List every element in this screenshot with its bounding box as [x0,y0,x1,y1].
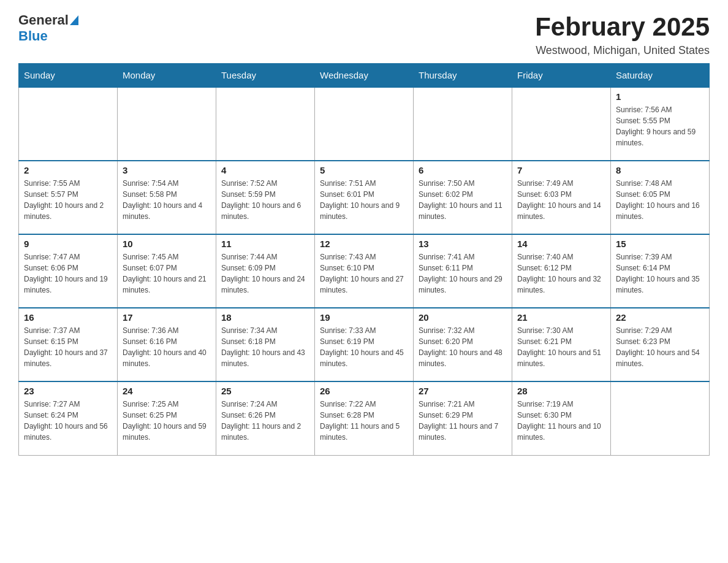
calendar-cell: 22Sunrise: 7:29 AM Sunset: 6:23 PM Dayli… [611,308,710,381]
day-info: Sunrise: 7:43 AM Sunset: 6:10 PM Dayligh… [320,251,408,296]
calendar-cell: 28Sunrise: 7:19 AM Sunset: 6:30 PM Dayli… [512,381,611,455]
day-info: Sunrise: 7:33 AM Sunset: 6:19 PM Dayligh… [320,325,408,369]
day-info: Sunrise: 7:50 AM Sunset: 6:02 PM Dayligh… [419,178,507,222]
day-info: Sunrise: 7:40 AM Sunset: 6:12 PM Dayligh… [517,251,605,296]
calendar-cell: 2Sunrise: 7:55 AM Sunset: 5:57 PM Daylig… [19,161,118,234]
day-info: Sunrise: 7:32 AM Sunset: 6:20 PM Dayligh… [419,325,507,369]
calendar-cell: 24Sunrise: 7:25 AM Sunset: 6:25 PM Dayli… [118,381,216,455]
day-number: 20 [419,312,507,323]
calendar-cell: 21Sunrise: 7:30 AM Sunset: 6:21 PM Dayli… [512,308,611,381]
calendar-cell: 9Sunrise: 7:47 AM Sunset: 6:06 PM Daylig… [19,234,118,308]
day-number: 16 [24,312,112,323]
day-info: Sunrise: 7:48 AM Sunset: 6:05 PM Dayligh… [616,178,704,222]
calendar-cell: 26Sunrise: 7:22 AM Sunset: 6:28 PM Dayli… [315,381,414,455]
calendar-cell: 23Sunrise: 7:27 AM Sunset: 6:24 PM Dayli… [19,381,118,455]
calendar-cell: 18Sunrise: 7:34 AM Sunset: 6:18 PM Dayli… [216,308,315,381]
day-info: Sunrise: 7:49 AM Sunset: 6:03 PM Dayligh… [517,178,605,222]
day-info: Sunrise: 7:47 AM Sunset: 6:06 PM Dayligh… [24,251,112,296]
day-info: Sunrise: 7:39 AM Sunset: 6:14 PM Dayligh… [616,251,704,296]
weekday-header-saturday: Saturday [611,64,710,88]
day-info: Sunrise: 7:22 AM Sunset: 6:28 PM Dayligh… [320,399,408,443]
calendar-cell: 7Sunrise: 7:49 AM Sunset: 6:03 PM Daylig… [512,161,611,234]
day-info: Sunrise: 7:27 AM Sunset: 6:24 PM Dayligh… [24,399,112,443]
day-number: 5 [320,165,408,175]
day-info: Sunrise: 7:24 AM Sunset: 6:26 PM Dayligh… [221,399,309,443]
logo-general-text: General [18,12,69,28]
week-row-5: 23Sunrise: 7:27 AM Sunset: 6:24 PM Dayli… [19,381,710,455]
calendar-cell: 17Sunrise: 7:36 AM Sunset: 6:16 PM Dayli… [118,308,216,381]
week-row-1: 1Sunrise: 7:56 AM Sunset: 5:55 PM Daylig… [19,87,710,161]
day-number: 27 [419,386,507,396]
calendar-cell [118,87,216,161]
calendar-cell: 3Sunrise: 7:54 AM Sunset: 5:58 PM Daylig… [118,161,216,234]
day-info: Sunrise: 7:36 AM Sunset: 6:16 PM Dayligh… [123,325,211,369]
calendar-cell [19,87,118,161]
day-number: 9 [24,239,112,249]
day-number: 11 [221,239,309,249]
day-number: 10 [123,239,211,249]
day-number: 2 [24,165,112,175]
calendar-cell: 12Sunrise: 7:43 AM Sunset: 6:10 PM Dayli… [315,234,414,308]
day-info: Sunrise: 7:25 AM Sunset: 6:25 PM Dayligh… [123,399,211,443]
day-number: 22 [616,312,704,323]
day-info: Sunrise: 7:19 AM Sunset: 6:30 PM Dayligh… [517,399,605,443]
day-number: 17 [123,312,211,323]
weekday-header-thursday: Thursday [414,64,512,88]
week-row-3: 9Sunrise: 7:47 AM Sunset: 6:06 PM Daylig… [19,234,710,308]
day-info: Sunrise: 7:55 AM Sunset: 5:57 PM Dayligh… [24,178,112,222]
day-number: 4 [221,165,309,175]
week-row-4: 16Sunrise: 7:37 AM Sunset: 6:15 PM Dayli… [19,308,710,381]
day-number: 23 [24,386,112,396]
day-number: 28 [517,386,605,396]
calendar-cell [512,87,611,161]
day-info: Sunrise: 7:37 AM Sunset: 6:15 PM Dayligh… [24,325,112,369]
weekday-header-tuesday: Tuesday [216,64,315,88]
day-number: 18 [221,312,309,323]
logo: General Blue [18,12,78,44]
calendar-cell: 5Sunrise: 7:51 AM Sunset: 6:01 PM Daylig… [315,161,414,234]
logo-blue-text: Blue [18,28,48,44]
page-header: General Blue February 2025 Westwood, Mic… [18,12,710,57]
day-info: Sunrise: 7:56 AM Sunset: 5:55 PM Dayligh… [616,104,704,148]
calendar-cell: 19Sunrise: 7:33 AM Sunset: 6:19 PM Dayli… [315,308,414,381]
location-text: Westwood, Michigan, United States [535,44,710,57]
title-section: February 2025 Westwood, Michigan, United… [535,12,710,57]
day-info: Sunrise: 7:51 AM Sunset: 6:01 PM Dayligh… [320,178,408,222]
day-number: 19 [320,312,408,323]
weekday-header-monday: Monday [118,64,216,88]
day-number: 14 [517,239,605,249]
day-number: 1 [616,91,704,102]
calendar-cell: 16Sunrise: 7:37 AM Sunset: 6:15 PM Dayli… [19,308,118,381]
calendar-cell: 20Sunrise: 7:32 AM Sunset: 6:20 PM Dayli… [414,308,512,381]
day-info: Sunrise: 7:45 AM Sunset: 6:07 PM Dayligh… [123,251,211,296]
calendar-cell: 10Sunrise: 7:45 AM Sunset: 6:07 PM Dayli… [118,234,216,308]
weekday-header-wednesday: Wednesday [315,64,414,88]
weekday-header-friday: Friday [512,64,611,88]
day-info: Sunrise: 7:29 AM Sunset: 6:23 PM Dayligh… [616,325,704,369]
day-info: Sunrise: 7:34 AM Sunset: 6:18 PM Dayligh… [221,325,309,369]
day-number: 6 [419,165,507,175]
calendar-cell [315,87,414,161]
day-number: 12 [320,239,408,249]
day-info: Sunrise: 7:44 AM Sunset: 6:09 PM Dayligh… [221,251,309,296]
calendar-cell: 1Sunrise: 7:56 AM Sunset: 5:55 PM Daylig… [611,87,710,161]
month-title: February 2025 [535,12,710,42]
day-info: Sunrise: 7:21 AM Sunset: 6:29 PM Dayligh… [419,399,507,443]
weekday-header-row: SundayMondayTuesdayWednesdayThursdayFrid… [19,64,710,88]
day-number: 25 [221,386,309,396]
logo-arrow-icon [70,15,78,25]
day-info: Sunrise: 7:30 AM Sunset: 6:21 PM Dayligh… [517,325,605,369]
day-number: 7 [517,165,605,175]
day-info: Sunrise: 7:52 AM Sunset: 5:59 PM Dayligh… [221,178,309,222]
day-number: 15 [616,239,704,249]
calendar-table: SundayMondayTuesdayWednesdayThursdayFrid… [18,63,710,456]
calendar-cell: 6Sunrise: 7:50 AM Sunset: 6:02 PM Daylig… [414,161,512,234]
calendar-cell [216,87,315,161]
day-info: Sunrise: 7:41 AM Sunset: 6:11 PM Dayligh… [419,251,507,296]
day-number: 21 [517,312,605,323]
day-info: Sunrise: 7:54 AM Sunset: 5:58 PM Dayligh… [123,178,211,222]
calendar-cell: 11Sunrise: 7:44 AM Sunset: 6:09 PM Dayli… [216,234,315,308]
day-number: 13 [419,239,507,249]
calendar-cell: 4Sunrise: 7:52 AM Sunset: 5:59 PM Daylig… [216,161,315,234]
day-number: 26 [320,386,408,396]
